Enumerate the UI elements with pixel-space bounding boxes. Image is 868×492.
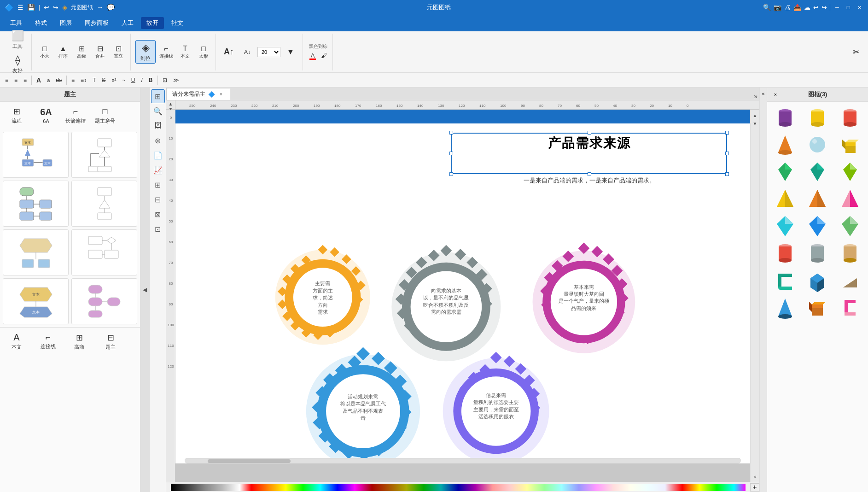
fmt-subscript[interactable]: ~ xyxy=(120,75,127,86)
left-tool-format[interactable]: ⊠ xyxy=(151,207,165,221)
shape-3d-diamond-cyan[interactable] xyxy=(770,213,800,239)
shape-3d-gem-teal[interactable] xyxy=(802,159,833,184)
fmt-copy-format[interactable]: ⊡ xyxy=(160,75,169,86)
camera-icon-tb[interactable]: 📷 xyxy=(774,4,781,11)
expand-right-icon[interactable]: « xyxy=(760,89,767,98)
toolbar-btn-select[interactable]: ⬜ 工具 xyxy=(7,29,28,51)
menu-social[interactable]: 社文 xyxy=(166,17,189,29)
toolbar-btn-grid[interactable]: ⊞ 高级 xyxy=(73,43,90,60)
handle-br[interactable] xyxy=(725,172,729,176)
handle-mr[interactable] xyxy=(725,152,729,155)
color-more-btn[interactable]: + xyxy=(750,483,759,492)
shape-3d-cylinder-purple[interactable] xyxy=(770,105,800,130)
shape-3d-cylinder-yellow[interactable] xyxy=(802,105,833,130)
print-icon-tb[interactable]: 🖨 xyxy=(784,4,791,11)
left-tool-table[interactable]: ⊞ xyxy=(151,178,165,192)
left-tool-layers[interactable]: ⊛ xyxy=(151,134,165,147)
shape-3d-diamond-green[interactable] xyxy=(835,213,865,239)
fmt-more[interactable]: ≫ xyxy=(171,75,181,86)
shape-type-table[interactable]: ⊞ 高商 xyxy=(65,330,93,352)
expand-up-btn[interactable]: ▲ xyxy=(751,111,759,119)
left-tool-chart[interactable]: 📈 xyxy=(151,163,165,177)
menu-format[interactable]: 格式 xyxy=(29,17,52,29)
fmt-font-size-up[interactable]: A xyxy=(34,75,43,86)
toolbar-btn-small-shape[interactable]: □ 小大 xyxy=(36,44,53,60)
font-color-btn[interactable]: A xyxy=(308,51,318,61)
left-tool-extra[interactable]: ⊡ xyxy=(151,222,165,236)
toolbar-btn-text[interactable]: T 本文 xyxy=(177,44,193,60)
handle-tr[interactable] xyxy=(725,131,729,135)
fmt-underline[interactable]: U xyxy=(129,75,138,86)
collapse-left-panel[interactable]: ◀ xyxy=(140,88,150,492)
fmt-align-center[interactable]: ≡ xyxy=(12,75,20,86)
shape-item-5[interactable] xyxy=(3,229,69,275)
redo2-icon-tb[interactable]: ↪ xyxy=(821,4,827,11)
shape-3d-cylinder-red[interactable] xyxy=(835,105,865,130)
shape-3d-bracket-teal[interactable] xyxy=(770,268,800,293)
arrow-icon-tb[interactable]: → xyxy=(97,4,103,11)
chat-icon-tb[interactable]: 💬 xyxy=(107,4,115,11)
color-palette[interactable] xyxy=(171,484,746,491)
expand-tabs-icon[interactable]: » xyxy=(754,93,757,100)
menu-ai[interactable]: 人工 xyxy=(116,17,139,29)
search-icon-tb[interactable]: 🔍 xyxy=(763,4,771,11)
shape-item-4[interactable] xyxy=(71,181,137,227)
fmt-font-size-down[interactable]: a xyxy=(45,75,52,86)
win-maximize[interactable]: □ xyxy=(844,3,852,12)
canvas-bg[interactable]: 产品需求来源 一是来自产品端的需求，一是来自产品端的需求。 xyxy=(175,110,750,482)
menu-sync[interactable]: 同步面板 xyxy=(79,17,114,29)
cloud-icon-tb[interactable]: ☁ xyxy=(804,4,810,11)
shape-3d-3dbox-blue[interactable] xyxy=(802,268,833,293)
toolbar-btn-font-extra[interactable]: ▼ xyxy=(282,47,299,57)
shape-3d-cone2-blue[interactable] xyxy=(770,295,800,320)
toolbar-btn-triangle[interactable]: ▲ 排序 xyxy=(55,44,71,60)
shape-item-1[interactable]: 文本 文本 文本 xyxy=(3,132,69,178)
shape-type-conn2[interactable]: ⌐ 连接线 xyxy=(34,330,62,352)
shape-3d-cyl2-gray[interactable] xyxy=(802,240,833,266)
toolbar-btn-rect[interactable]: □ 太形 xyxy=(195,44,212,60)
shape-item-2[interactable] xyxy=(71,132,137,178)
fmt-list2[interactable]: ≡↕ xyxy=(78,75,89,86)
shape-3d-pyramid-yellow[interactable] xyxy=(770,186,800,211)
fmt-italic[interactable]: I xyxy=(139,75,145,86)
menu-open[interactable]: 故开 xyxy=(141,17,164,29)
shape-type-main[interactable]: □ 题主穿号 xyxy=(91,105,119,126)
shape-3d-cyl2-red[interactable] xyxy=(770,240,800,266)
shape-3d-cone-yellow[interactable] xyxy=(770,132,800,157)
fmt-bold[interactable]: B xyxy=(146,75,155,86)
fmt-superscript[interactable]: x² xyxy=(109,75,118,86)
toolbar-btn-connection[interactable]: ⌐ 连接线 xyxy=(157,44,175,60)
canvas-scrollbar[interactable] xyxy=(185,458,741,463)
redo-icon-tb[interactable]: ↪ xyxy=(53,4,58,11)
shape-3d-bracket2-pink[interactable] xyxy=(835,295,865,320)
expand-more-btn[interactable]: » xyxy=(751,473,759,480)
fmt-align-right[interactable]: ≡ xyxy=(21,75,29,86)
shape-type-all[interactable]: ⊞ 流程 xyxy=(3,105,30,126)
undo2-icon-tb[interactable]: ↩ xyxy=(813,4,819,11)
font-size-select[interactable]: 20 12 14 16 18 24 xyxy=(257,47,280,57)
shape-3d-cyl2-tan[interactable] xyxy=(835,240,865,266)
left-tool-grid[interactable]: ⊞ xyxy=(151,89,165,103)
toolbar-btn-shape[interactable]: ⟠ 友好 xyxy=(7,53,28,76)
shape-3d-pyramid-orange[interactable] xyxy=(802,186,833,211)
shape-type-text2[interactable]: A 本文 xyxy=(3,330,30,352)
ruler-arrow-up[interactable]: ▲ xyxy=(169,101,173,106)
toolbar-btn-position[interactable]: ◈ 到位 xyxy=(135,40,156,64)
shape-item-6[interactable] xyxy=(71,229,137,275)
left-tool-search[interactable]: 🔍 xyxy=(151,104,165,118)
shape-3d-gem-lime[interactable] xyxy=(835,159,865,184)
fmt-font-strikethrough[interactable]: ds xyxy=(53,75,64,86)
fmt-indent[interactable]: T xyxy=(90,75,98,86)
shape-type-main2[interactable]: ⊟ 题主 xyxy=(97,330,124,352)
shape-3d-bar-yellow[interactable] xyxy=(835,132,865,157)
shape-3d-pyramid-pink[interactable] xyxy=(835,186,865,211)
left-tool-pages[interactable]: 📄 xyxy=(151,148,165,162)
handle-tc[interactable] xyxy=(588,131,591,135)
export-icon-tb[interactable]: 📤 xyxy=(793,4,801,11)
left-tool-image[interactable]: 🖼 xyxy=(151,119,165,133)
fmt-strike2[interactable]: S xyxy=(99,75,108,86)
handle-bl[interactable] xyxy=(449,172,453,176)
handle-bc[interactable] xyxy=(588,172,591,176)
expand-down-btn[interactable]: ▼ xyxy=(751,120,759,127)
toolbar-btn-scissors[interactable]: ✂ xyxy=(848,46,864,58)
